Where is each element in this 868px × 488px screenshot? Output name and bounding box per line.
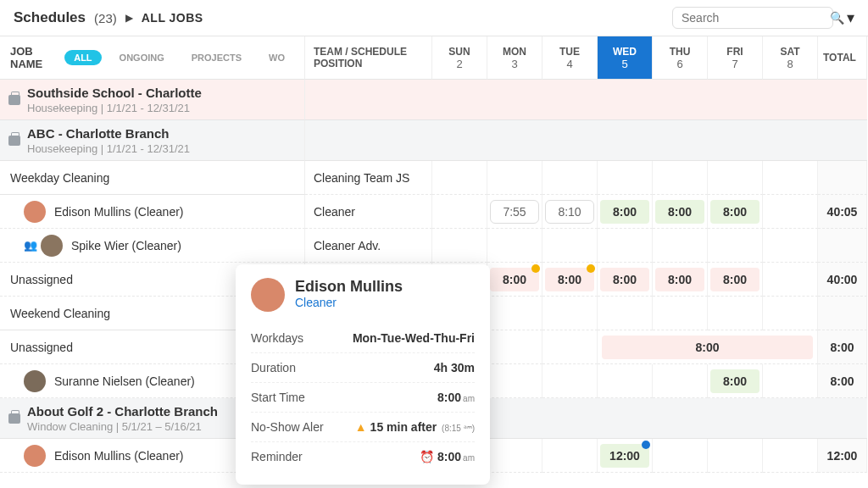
col-wed[interactable]: WED5	[598, 36, 653, 80]
role-cell: Cleaner Adv.	[305, 229, 432, 263]
briefcase-icon	[8, 136, 20, 146]
shift-cell-merged[interactable]: 8:00	[598, 330, 818, 364]
person-row-edison[interactable]: Edison Mullins (Cleaner)	[0, 195, 305, 229]
schedule-count: (23)	[94, 11, 117, 25]
total-cell: 40:05	[818, 195, 867, 229]
popup-noshow: No-Show Aler▲15 min after (8:15 ᵃᵐ)	[251, 413, 475, 442]
filter-all[interactable]: ALL	[64, 50, 101, 65]
shift-cell[interactable]: 8:00	[653, 263, 708, 297]
total-cell: 12:00	[818, 439, 867, 473]
col-sun[interactable]: SUN2	[432, 36, 487, 80]
filter-projects[interactable]: PROJECTS	[182, 50, 251, 65]
shift-cell[interactable]: 8:00	[598, 263, 653, 297]
total-cell: 8:00	[818, 330, 867, 364]
warning-dot-icon	[587, 264, 595, 273]
col-total: TOTAL	[818, 36, 867, 80]
shift-cell[interactable]: 8:00	[598, 195, 653, 229]
header-bar: Schedules (23) ▶ ALL JOBS 🔍 ▾	[0, 0, 868, 36]
popup-role[interactable]: Cleaner	[295, 296, 403, 309]
total-cell: 8:00	[818, 364, 867, 398]
popup-start-time: Start Time8:00am	[251, 383, 475, 413]
briefcase-icon	[8, 413, 20, 424]
avatar	[24, 370, 46, 392]
page-title: Schedules	[14, 9, 86, 26]
shift-cell[interactable]: 8:00	[708, 364, 763, 398]
col-team-header: TEAM / SCHEDULE POSITION	[305, 36, 432, 80]
avatar	[41, 235, 63, 257]
popup-workdays: WorkdaysMon-Tue-Wed-Thu-Fri	[251, 324, 475, 353]
col-fri[interactable]: FRI7	[708, 36, 763, 80]
job-group-southside[interactable]: Southside School - CharlotteHousekeeping…	[0, 80, 305, 120]
chevron-right-icon: ▶	[125, 12, 133, 24]
shift-cell[interactable]: 8:00	[542, 263, 598, 297]
col-tue[interactable]: TUE4	[542, 36, 598, 80]
avatar	[251, 278, 285, 312]
people-icon: 👥	[24, 239, 37, 252]
job-group-span	[305, 120, 867, 161]
shift-cell[interactable]: 7:55	[487, 195, 542, 229]
filter-wo[interactable]: WO	[259, 50, 294, 65]
col-mon[interactable]: MON3	[487, 36, 542, 80]
col-sat[interactable]: SAT8	[763, 36, 818, 80]
briefcase-icon	[8, 95, 20, 105]
clock-icon: ⏰	[420, 450, 434, 463]
filter-ongoing[interactable]: ONGOING	[110, 50, 174, 65]
popup-name: Edison Mullins	[295, 278, 403, 296]
role-cell: Cleaner	[305, 195, 432, 229]
popup-reminder: Reminder⏰8:00am	[251, 442, 475, 471]
warning-icon: ▲	[355, 420, 367, 434]
section-weekday[interactable]: Weekday Cleaning	[0, 161, 305, 195]
popup-duration: Duration4h 30m	[251, 353, 475, 383]
col-jobname-header: JOB NAME ALL ONGOING PROJECTS WO	[0, 36, 305, 80]
shift-cell[interactable]: 12:00	[598, 439, 653, 473]
job-group-abc[interactable]: ABC - Charlotte BranchHousekeeping | 1/1…	[0, 120, 305, 161]
person-row-spike[interactable]: 👥Spike Wier (Cleaner)	[0, 229, 305, 263]
search-input[interactable]	[682, 11, 830, 25]
breadcrumb[interactable]: ALL JOBS	[142, 11, 203, 25]
person-detail-popup: Edison Mullins Cleaner WorkdaysMon-Tue-W…	[236, 264, 490, 485]
team-cell: Cleaning Team JS	[305, 161, 432, 195]
shift-cell[interactable]: 8:00	[708, 263, 763, 297]
avatar	[24, 445, 46, 467]
shift-cell[interactable]: 8:00	[708, 195, 763, 229]
avatar	[24, 201, 46, 223]
jobname-label: JOB NAME	[10, 45, 56, 70]
info-dot-icon	[642, 441, 650, 449]
total-cell: 40:00	[818, 263, 867, 297]
job-group-span	[305, 80, 867, 120]
col-thu[interactable]: THU6	[653, 36, 708, 80]
shift-cell[interactable]: 8:10	[542, 195, 598, 229]
search-box[interactable]: 🔍	[672, 7, 833, 29]
warning-dot-icon	[531, 264, 540, 273]
shift-cell[interactable]: 8:00	[653, 195, 708, 229]
search-icon[interactable]: 🔍	[830, 11, 844, 25]
filter-icon[interactable]: ▾	[847, 8, 854, 27]
shift-cell[interactable]: 8:00	[487, 263, 542, 297]
